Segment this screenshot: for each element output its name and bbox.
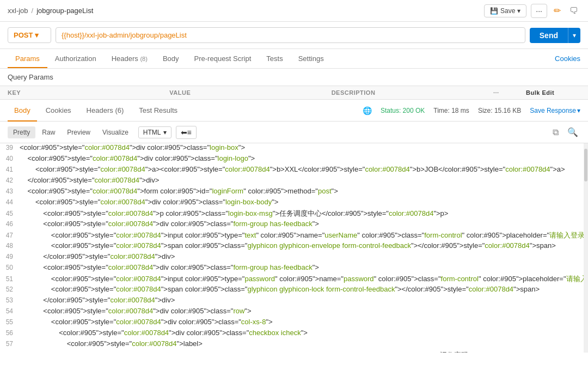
- line-content: <color:#905">style="color:#0078d4">span …: [20, 285, 584, 293]
- filter-icon-button[interactable]: ⬅≡: [176, 126, 197, 139]
- save-arrow-icon: ▾: [517, 7, 520, 15]
- line-number: 50: [0, 264, 20, 271]
- method-label: POST: [14, 31, 33, 39]
- save-response-button[interactable]: Save Response ▾: [530, 107, 580, 114]
- response-tabs: Body Cookies Headers (6) Test Results: [8, 103, 184, 118]
- table-row: 52 <color:#905">style="color:#0078d4">sp…: [0, 285, 584, 296]
- save-icon: 💾: [490, 7, 498, 15]
- cv-tab-pretty[interactable]: Pretty: [8, 126, 35, 138]
- response-time: Time: 18 ms: [433, 107, 469, 114]
- table-row: 54 <color:#905">style="color:#0078d4">di…: [0, 307, 584, 318]
- query-params-label: Query Params: [0, 69, 588, 86]
- line-content: <color:#905">style="color:#0078d4">div c…: [20, 307, 584, 315]
- breadcrumb: xxl-job / jobgroup-pageList: [8, 7, 93, 15]
- cv-tab-visualize[interactable]: Visualize: [97, 126, 134, 138]
- line-content: <color:#905">style="color:#0078d4">div c…: [20, 143, 584, 151]
- breadcrumb-separator: /: [32, 7, 34, 15]
- request-tabs: Params Authorization Headers (8) Body Pr…: [8, 49, 332, 68]
- line-number: 56: [0, 329, 20, 337]
- cookies-link[interactable]: Cookies: [555, 54, 580, 63]
- bulk-edit-button[interactable]: Bulk Edit: [526, 89, 580, 96]
- table-row: 56 <color:#905">style="color:#0078d4">di…: [0, 329, 584, 339]
- send-group: Send ▾: [530, 28, 580, 43]
- table-row: 49 </color:#905">style="color:#0078d4">d…: [0, 252, 584, 263]
- scrollbar-thumb[interactable]: [584, 149, 587, 181]
- table-row: 47 <color:#905">style="color:#0078d4">in…: [0, 231, 584, 241]
- top-bar-actions: 💾 Save ▾ ··· ✏ 🗨: [484, 3, 580, 18]
- save-button[interactable]: 💾 Save ▾: [484, 4, 526, 17]
- code-scroll-wrapper: 39<color:#905">style="color:#0078d4">div…: [0, 143, 588, 353]
- more-button[interactable]: ···: [531, 4, 547, 18]
- key-column-header: KEY: [8, 89, 169, 96]
- tab-headers[interactable]: Headers (8): [104, 49, 155, 68]
- table-row: 51 <color:#905">style="color:#0078d4">in…: [0, 274, 584, 285]
- send-dropdown-button[interactable]: ▾: [568, 28, 580, 43]
- line-number: 52: [0, 286, 20, 293]
- tab-authorization[interactable]: Authorization: [47, 49, 104, 68]
- table-row: 50 <color:#905">style="color:#0078d4">di…: [0, 263, 584, 274]
- tab-prerequest[interactable]: Pre-request Script: [187, 49, 259, 68]
- line-content: <color:#905">style="color:#0078d4">div c…: [20, 318, 584, 326]
- copy-button[interactable]: ⧉: [550, 125, 561, 139]
- comment-icon: 🗨: [569, 6, 578, 15]
- tab-settings[interactable]: Settings: [291, 49, 332, 68]
- line-number: 40: [0, 155, 20, 162]
- method-arrow-icon: ▾: [35, 31, 39, 39]
- cv-tab-raw[interactable]: Raw: [36, 126, 60, 138]
- value-column-header: VALUE: [169, 89, 331, 96]
- response-size: Size: 15.16 KB: [478, 107, 521, 114]
- line-content: <color:#905">style="color:#0078d4">input…: [20, 231, 584, 240]
- line-content: <color:#905">style="color:#0078d4">div c…: [20, 220, 584, 228]
- table-row: 46 <color:#905">style="color:#0078d4">di…: [0, 220, 584, 231]
- send-button[interactable]: Send: [530, 28, 568, 43]
- line-content: <color:#905">style="color:#0078d4">span …: [20, 241, 584, 250]
- line-number: 42: [0, 177, 20, 184]
- top-bar: xxl-job / jobgroup-pageList 💾 Save ▾ ···…: [0, 0, 588, 22]
- resp-tab-test-results[interactable]: Test Results: [132, 103, 184, 118]
- line-number: 45: [0, 210, 20, 217]
- table-row: 45 <color:#905">style="color:#0078d4">p …: [0, 209, 584, 220]
- table-row: 43 <color:#905">style="color:#0078d4">fo…: [0, 187, 584, 198]
- line-content: <color:#905">style="color:#0078d4">div c…: [20, 154, 584, 162]
- edit-icon: ✏: [554, 6, 561, 15]
- line-number: 55: [0, 318, 20, 326]
- request-bar: POST ▾ Send ▾: [0, 22, 588, 49]
- resp-tab-cookies[interactable]: Cookies: [39, 103, 78, 118]
- cv-tab-preview[interactable]: Preview: [62, 126, 96, 138]
- line-content: </color:#905">style="color:#0078d4">div>: [20, 252, 584, 260]
- save-label: Save: [500, 7, 515, 15]
- line-number: 41: [0, 166, 20, 173]
- app-container: xxl-job / jobgroup-pageList 💾 Save ▾ ···…: [0, 0, 588, 370]
- filter-icon: ⬅≡: [181, 128, 192, 137]
- table-row: 48 <color:#905">style="color:#0078d4">sp…: [0, 241, 584, 252]
- code-container: 39<color:#905">style="color:#0078d4">div…: [0, 143, 584, 353]
- tab-tests[interactable]: Tests: [259, 49, 290, 68]
- lang-label: HTML: [143, 129, 161, 136]
- line-content: <color:#905">style="color:#0078d4">p col…: [20, 209, 584, 219]
- comment-icon-button[interactable]: 🗨: [567, 4, 580, 18]
- line-content: <color:#905">style="color:#0078d4">div c…: [20, 329, 584, 337]
- line-number: 53: [0, 296, 20, 304]
- code-area[interactable]: 39<color:#905">style="color:#0078d4">div…: [0, 143, 584, 353]
- line-number: 48: [0, 242, 20, 250]
- table-row: 44 <color:#905">style="color:#0078d4">di…: [0, 198, 584, 209]
- scrollbar-track[interactable]: [584, 143, 588, 353]
- url-input[interactable]: [56, 27, 525, 43]
- line-content: </color:#905">style="color:#0078d4">div>: [20, 176, 584, 184]
- breadcrumb-parent: xxl-job: [8, 7, 28, 15]
- line-number: 58: [0, 351, 20, 353]
- tab-params[interactable]: Params: [8, 49, 47, 68]
- line-content: <color:#905">style="color:#0078d4">form …: [20, 187, 584, 195]
- resp-tab-body[interactable]: Body: [8, 103, 37, 118]
- edit-icon-button[interactable]: ✏: [552, 3, 563, 18]
- line-content: <color:#905">style="color:#0078d4">input…: [20, 274, 584, 284]
- language-select[interactable]: HTML ▾: [138, 126, 171, 138]
- line-number: 51: [0, 275, 20, 283]
- line-content: <color:#905">style="color:#0078d4">div c…: [20, 198, 584, 206]
- resp-tab-headers[interactable]: Headers (6): [80, 103, 131, 118]
- tab-body[interactable]: Body: [155, 49, 187, 68]
- method-select[interactable]: POST ▾: [8, 27, 51, 43]
- line-number: 43: [0, 187, 20, 195]
- search-button[interactable]: 🔍: [565, 125, 580, 139]
- table-row: 53 </color:#905">style="color:#0078d4">d…: [0, 296, 584, 307]
